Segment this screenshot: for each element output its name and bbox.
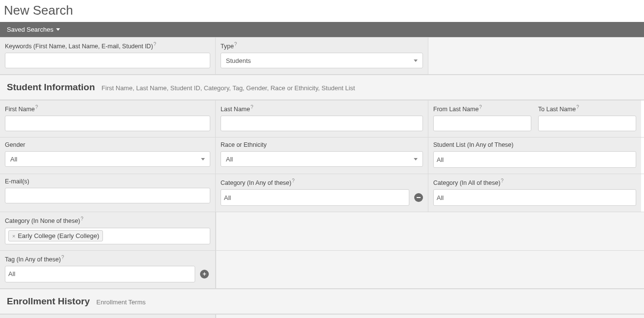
help-icon[interactable]: ? bbox=[35, 104, 38, 110]
from-last-name-label: From Last Name bbox=[433, 106, 479, 113]
student-info-title: Student Information bbox=[7, 82, 95, 93]
type-label: Type? bbox=[221, 41, 423, 50]
saved-searches-dropdown[interactable]: Saved Searches bbox=[7, 26, 60, 33]
last-name-label: Last Name bbox=[221, 106, 250, 113]
enrollment-history-header[interactable]: Enrollment History Enrollment Terms bbox=[0, 289, 644, 314]
race-label: Race or Ethnicity bbox=[221, 141, 423, 148]
category-any-input[interactable]: All bbox=[221, 189, 409, 206]
student-info-subtitle: First Name, Last Name, Student ID, Categ… bbox=[101, 84, 355, 92]
type-value: Students bbox=[226, 57, 251, 64]
category-all-value: All bbox=[437, 194, 443, 201]
help-icon[interactable]: ? bbox=[80, 216, 83, 221]
help-icon[interactable]: ? bbox=[154, 41, 157, 47]
category-all-input[interactable]: All bbox=[433, 189, 636, 206]
help-icon[interactable]: ? bbox=[234, 41, 237, 47]
help-icon[interactable]: ? bbox=[576, 104, 579, 110]
page-title: New Search bbox=[0, 0, 644, 22]
first-name-label: First Name bbox=[5, 106, 35, 113]
remove-token-icon[interactable]: × bbox=[12, 233, 15, 239]
category-any-label: Category (In Any of these) bbox=[221, 179, 291, 186]
help-icon[interactable]: ? bbox=[501, 178, 504, 183]
to-last-name-label: To Last Name bbox=[538, 106, 576, 113]
type-select[interactable]: Students bbox=[221, 53, 423, 68]
keywords-label: Keywords (First Name, Last Name, E-mail,… bbox=[5, 41, 210, 50]
tag-any-input[interactable]: All bbox=[5, 266, 195, 282]
student-list-label: Student List (In Any of These) bbox=[433, 141, 636, 148]
chevron-down-icon bbox=[201, 158, 205, 160]
toolbar: Saved Searches bbox=[0, 22, 644, 37]
type-cell: Type? Students bbox=[216, 38, 428, 74]
category-none-token-label: Early College (Early College) bbox=[18, 232, 99, 239]
chevron-down-icon bbox=[414, 158, 418, 160]
from-last-name-input[interactable] bbox=[433, 116, 531, 131]
keywords-input[interactable] bbox=[5, 53, 210, 68]
category-none-label: Category (In None of these) bbox=[5, 218, 80, 225]
chevron-down-icon bbox=[414, 60, 418, 62]
add-button[interactable] bbox=[200, 270, 209, 278]
email-input[interactable] bbox=[5, 188, 210, 203]
help-icon[interactable]: ? bbox=[292, 178, 295, 183]
help-icon[interactable]: ? bbox=[479, 104, 482, 110]
tag-any-label: Tag (In Any of these) bbox=[5, 256, 61, 263]
gender-select[interactable]: All bbox=[5, 151, 210, 167]
email-label: E-mail(s) bbox=[5, 178, 210, 185]
enrollment-history-title: Enrollment History bbox=[7, 296, 90, 307]
help-icon[interactable]: ? bbox=[250, 104, 253, 110]
help-icon[interactable]: ? bbox=[61, 255, 64, 260]
last-name-input[interactable] bbox=[221, 116, 423, 131]
remove-button[interactable] bbox=[414, 193, 423, 202]
enrollment-history-subtitle: Enrollment Terms bbox=[97, 298, 146, 306]
student-list-value: All bbox=[437, 156, 443, 163]
tag-any-value: All bbox=[8, 270, 15, 278]
first-name-input[interactable] bbox=[5, 116, 210, 131]
gender-value: All bbox=[10, 156, 17, 163]
category-any-value: All bbox=[224, 194, 231, 201]
chevron-down-icon bbox=[56, 28, 60, 31]
race-value: All bbox=[226, 156, 233, 163]
category-none-token: × Early College (Early College) bbox=[8, 230, 103, 241]
category-all-label: Category (In All of these) bbox=[433, 179, 501, 186]
race-select[interactable]: All bbox=[221, 151, 423, 167]
student-list-input[interactable]: All bbox=[433, 151, 636, 168]
saved-searches-label: Saved Searches bbox=[7, 26, 53, 33]
gender-label: Gender bbox=[5, 141, 210, 148]
category-none-input[interactable]: × Early College (Early College) bbox=[5, 228, 210, 244]
student-info-header[interactable]: Student Information First Name, Last Nam… bbox=[0, 75, 644, 100]
to-last-name-input[interactable] bbox=[538, 116, 636, 131]
keywords-cell: Keywords (First Name, Last Name, E-mail,… bbox=[0, 38, 216, 74]
